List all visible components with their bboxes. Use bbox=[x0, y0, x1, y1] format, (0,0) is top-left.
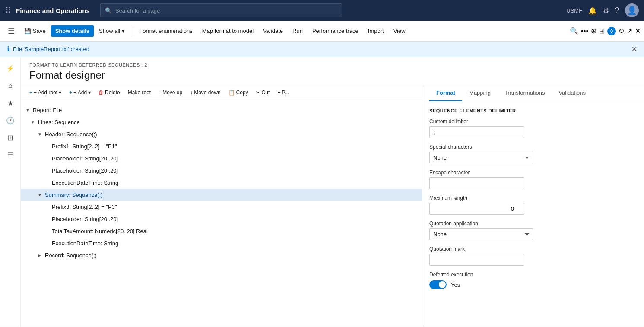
move-down-button[interactable]: ↓ Move down bbox=[187, 88, 224, 97]
search-bar[interactable]: 🔍 bbox=[100, 3, 342, 17]
tree-item[interactable]: ▼ Header: Sequence(;) bbox=[21, 128, 422, 140]
tree-item-selected[interactable]: ▼ Summary: Sequence(;) bbox=[21, 189, 422, 201]
add-root-icon: + bbox=[29, 90, 32, 96]
main-area: ⚡ ⌂ ★ 🕐 ⊞ ☰ FORMAT TO LEARN DEFERRED SEQ… bbox=[0, 57, 644, 327]
app-title: Finance and Operations bbox=[16, 7, 90, 14]
maximum-length-input[interactable] bbox=[429, 203, 524, 215]
toggle-icon[interactable]: ▼ bbox=[36, 132, 43, 137]
item-label: ExecutionDateTime: String bbox=[50, 180, 120, 186]
tree-item[interactable]: Placeholder: String[20..20] bbox=[21, 152, 422, 164]
move-up-button[interactable]: ↑ Move up bbox=[155, 88, 186, 97]
grid-icon[interactable]: ⠿ bbox=[5, 6, 11, 15]
custom-delimiter-input[interactable] bbox=[429, 126, 524, 138]
user-label: USMF bbox=[566, 7, 582, 14]
tree-item[interactable]: Placeholder: String[20..20] bbox=[21, 164, 422, 176]
more-tree-button[interactable]: + P... bbox=[274, 88, 292, 97]
help-icon[interactable]: ? bbox=[615, 6, 619, 14]
external-link-icon[interactable]: ↗ bbox=[627, 27, 632, 35]
delete-icon: 🗑 bbox=[98, 90, 104, 96]
sidebar-favorites-icon[interactable]: ★ bbox=[3, 95, 18, 111]
quotation-mark-input[interactable] bbox=[429, 254, 524, 266]
performance-trace-button[interactable]: Performance trace bbox=[308, 25, 363, 37]
tab-format[interactable]: Format bbox=[429, 85, 462, 101]
tree-item[interactable]: Prefix1: String[2..2] = "P1" bbox=[21, 140, 422, 152]
tab-mapping[interactable]: Mapping bbox=[462, 85, 498, 101]
deferred-execution-field: Deferred execution Yes bbox=[429, 272, 637, 289]
maximum-length-label: Maximum length bbox=[429, 195, 637, 201]
add-root-chevron: ▾ bbox=[59, 90, 61, 96]
save-button[interactable]: 💾 Save bbox=[20, 25, 50, 37]
special-characters-select[interactable]: None bbox=[429, 152, 533, 164]
toggle-icon[interactable]: ▼ bbox=[29, 120, 36, 125]
tree-item[interactable]: Placeholder: String[20..20] bbox=[21, 213, 422, 225]
deferred-execution-value: Yes bbox=[451, 282, 460, 288]
power-bi-icon[interactable]: ⊕ bbox=[591, 27, 596, 35]
tab-validations[interactable]: Validations bbox=[552, 85, 593, 101]
delete-button[interactable]: 🗑 Delete bbox=[95, 88, 124, 97]
make-root-button[interactable]: Make root bbox=[124, 88, 154, 97]
content-area: FORMAT TO LEARN DEFERRED SEQUENCES : 2 F… bbox=[21, 57, 644, 327]
item-label: Prefix3: String[2..2] = "P3" bbox=[50, 204, 119, 210]
settings-icon[interactable]: ⚙ bbox=[603, 6, 609, 15]
office-icon[interactable]: ⊞ bbox=[599, 27, 605, 35]
close-icon[interactable]: ✕ bbox=[635, 27, 641, 35]
add-button[interactable]: + + Add ▾ bbox=[66, 88, 94, 97]
add-root-button[interactable]: + + Add root ▾ bbox=[26, 88, 65, 97]
tab-transformations[interactable]: Transformations bbox=[498, 85, 552, 101]
top-nav-right: USMF 🔔 ⚙ ? 👤 bbox=[566, 3, 639, 17]
validate-button[interactable]: Validate bbox=[259, 25, 287, 37]
tree-item[interactable]: ExecutionDateTime: String bbox=[21, 237, 422, 249]
page-subtitle: FORMAT TO LEARN DEFERRED SEQUENCES : 2 bbox=[29, 62, 635, 67]
tree-item[interactable]: ExecutionDateTime: String bbox=[21, 176, 422, 189]
tree-item[interactable]: TotalTaxAmount: Numeric[20..20] Real bbox=[21, 225, 422, 237]
refresh-icon[interactable]: ↻ bbox=[619, 27, 624, 35]
notification-icon[interactable]: 🔔 bbox=[588, 6, 597, 15]
more-options-icon[interactable]: ••• bbox=[581, 27, 588, 35]
move-up-icon: ↑ bbox=[159, 90, 161, 96]
map-format-button[interactable]: Map format to model bbox=[198, 25, 258, 37]
item-label: Report: File bbox=[31, 107, 63, 113]
search-toolbar-icon[interactable]: 🔍 bbox=[570, 27, 578, 35]
hamburger-menu-icon[interactable]: ☰ bbox=[3, 23, 19, 39]
info-banner: ℹ File 'SampleReport.txt' created ✕ bbox=[0, 42, 644, 57]
deferred-execution-toggle[interactable] bbox=[429, 280, 447, 289]
view-button[interactable]: View bbox=[389, 25, 410, 37]
item-label: Header: Sequence(;) bbox=[43, 131, 99, 138]
quotation-application-label: Quotation application bbox=[429, 221, 637, 227]
tree-panel: + + Add root ▾ + + Add ▾ 🗑 Delete Mak bbox=[21, 85, 422, 327]
sidebar-workspaces-icon[interactable]: ⊞ bbox=[3, 130, 18, 145]
notification-count-badge[interactable]: 0 bbox=[607, 27, 616, 35]
add-chevron: ▾ bbox=[88, 90, 91, 96]
quotation-application-select[interactable]: None bbox=[429, 228, 533, 240]
format-enumerations-button[interactable]: Format enumerations bbox=[135, 25, 197, 37]
sidebar-recent-icon[interactable]: 🕐 bbox=[3, 112, 18, 128]
show-details-button[interactable]: Show details bbox=[51, 25, 94, 37]
copy-button[interactable]: 📋 Copy bbox=[225, 88, 252, 97]
search-input[interactable] bbox=[115, 7, 337, 14]
tree-item[interactable]: Prefix3: String[2..2] = "P3" bbox=[21, 201, 422, 213]
toggle-icon[interactable]: ▶ bbox=[36, 253, 43, 258]
tree-item[interactable]: ▶ Record: Sequence(;) bbox=[21, 249, 422, 261]
custom-delimiter-field: Custom delimiter bbox=[429, 119, 637, 138]
maximum-length-field: Maximum length bbox=[429, 195, 637, 215]
toggle-icon[interactable]: ▼ bbox=[36, 192, 43, 197]
info-message: File 'SampleReport.txt' created bbox=[13, 46, 89, 52]
run-button[interactable]: Run bbox=[288, 25, 307, 37]
banner-close-button[interactable]: ✕ bbox=[631, 45, 637, 53]
tree-content[interactable]: ▼ Report: File ▼ Lines: Sequence ▼ Heade… bbox=[21, 100, 422, 327]
show-all-button[interactable]: Show all ▾ bbox=[95, 25, 129, 37]
main-toolbar: ☰ 💾 Save Show details Show all ▾ Format … bbox=[0, 21, 644, 42]
sidebar-filter-icon[interactable]: ⚡ bbox=[3, 61, 18, 76]
avatar[interactable]: 👤 bbox=[625, 3, 639, 17]
tree-item[interactable]: ▼ Lines: Sequence bbox=[21, 116, 422, 128]
import-button[interactable]: Import bbox=[364, 25, 388, 37]
escape-character-input[interactable] bbox=[429, 177, 524, 189]
item-label: ExecutionDateTime: String bbox=[50, 240, 120, 247]
cut-button[interactable]: ✂ Cut bbox=[253, 88, 273, 97]
sidebar-home-icon[interactable]: ⌂ bbox=[3, 78, 18, 93]
quotation-application-field: Quotation application None bbox=[429, 221, 637, 240]
sidebar-list-icon[interactable]: ☰ bbox=[3, 147, 18, 163]
toggle-icon[interactable]: ▼ bbox=[24, 108, 31, 112]
deferred-execution-label: Deferred execution bbox=[429, 272, 637, 278]
tree-item[interactable]: ▼ Report: File bbox=[21, 104, 422, 116]
